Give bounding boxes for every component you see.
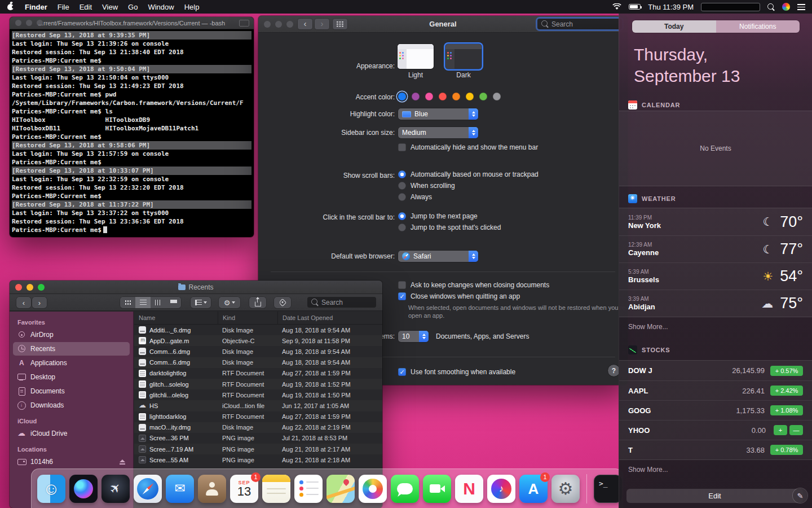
menu-bar-field[interactable]: [701, 3, 760, 11]
file-row[interactable]: Additi..._6.dmgDisk ImageAug 18, 2018 at…: [134, 325, 382, 335]
radio-option-automatically-based-on-mouse-or-trackpad[interactable]: Automatically based on mouse or trackpad: [398, 169, 539, 180]
accent-color-swatch[interactable]: [398, 93, 406, 100]
radio-control[interactable]: [398, 224, 406, 231]
file-row[interactable]: AppD...gate.mObjective-CSep 9, 2018 at 1…: [134, 335, 382, 346]
dock-launchpad[interactable]: ✈: [102, 475, 130, 503]
appearance-option-dark[interactable]: [445, 44, 482, 69]
notification-center-icon[interactable]: [797, 4, 805, 10]
apple-menu-icon[interactable]: [7, 3, 15, 11]
file-row[interactable]: lighttodarklogRTF DocumentAug 27, 2018 a…: [134, 411, 382, 422]
stock-row-yhoo[interactable]: YHOO0.00+—: [619, 420, 812, 440]
sidebar-size-select[interactable]: Medium: [398, 127, 478, 138]
column-header-kind[interactable]: Kind: [218, 312, 277, 324]
dock-maps[interactable]: [326, 475, 355, 503]
weather-row-abidjan[interactable]: 3:39 AMAbidjan☁75°: [619, 290, 812, 317]
ask-keep-checkbox[interactable]: [398, 281, 406, 289]
file-row[interactable]: Scree...7.19 AMPNG imageAug 21, 2018 at …: [134, 444, 382, 454]
appearance-option-light[interactable]: [398, 44, 434, 69]
tag-button[interactable]: [274, 297, 291, 308]
eject-icon[interactable]: [120, 459, 125, 465]
column-header-name[interactable]: Name: [134, 312, 218, 324]
file-row[interactable]: Scree...36 PMPNG imageJul 21, 2018 at 8:…: [134, 433, 382, 444]
radio-option-jump-to-the-spot-that-s-clicked[interactable]: Jump to the spot that's clicked: [398, 222, 501, 233]
accent-color-swatch[interactable]: [493, 93, 501, 100]
sidebar-item-downloads[interactable]: Downloads: [13, 398, 130, 412]
column-header-date-last-opened[interactable]: Date Last Opened: [277, 312, 382, 324]
radio-control[interactable]: [398, 170, 406, 178]
preferences-titlebar[interactable]: ‹ › General Search: [258, 16, 628, 33]
file-row[interactable]: glitch...solelogRTF DocumentAug 19, 2018…: [134, 379, 382, 389]
sidebar-item-1014h6[interactable]: 1014h6: [13, 455, 130, 468]
view-icon-grid[interactable]: [120, 297, 135, 308]
terminal-output[interactable]: [Restored Sep 13, 2018 at 9:39:35 PM]Las…: [10, 29, 254, 236]
dock-reminders[interactable]: [294, 475, 323, 503]
action-menu-button[interactable]: ⚙: [219, 297, 240, 308]
stock-row-t[interactable]: T33.68+ 0.78%: [619, 440, 812, 459]
accent-color-swatch[interactable]: [412, 93, 420, 100]
close-windows-row[interactable]: Close windows when quitting an app: [398, 292, 520, 300]
menu-item-view[interactable]: View: [102, 3, 118, 11]
dock-itunes[interactable]: ♪: [487, 475, 515, 503]
weather-show-more[interactable]: Show More...: [628, 323, 668, 331]
radio-option-when-scrolling[interactable]: When scrolling: [398, 180, 539, 191]
radio-option-jump-to-the-next-page[interactable]: Jump to the next page: [398, 211, 501, 222]
stock-row-goog[interactable]: GOOG1,175.33+ 1.08%: [619, 400, 812, 420]
dock-notes[interactable]: [262, 475, 290, 503]
view-icon-gallery[interactable]: [166, 297, 181, 308]
dock-siri[interactable]: [69, 475, 98, 503]
calendar-widget[interactable]: No Events: [619, 111, 812, 186]
dock-photos[interactable]: [359, 475, 387, 503]
finder-titlebar[interactable]: Recents: [10, 281, 382, 294]
preferences-search-field[interactable]: Search: [537, 19, 622, 29]
sidebar-item-icloud-drive[interactable]: iCloud Drive: [13, 427, 130, 440]
menu-bar-clock[interactable]: Thu 11:39 PM: [648, 3, 694, 11]
accent-color-swatch[interactable]: [479, 93, 487, 100]
radio-control[interactable]: [398, 212, 406, 220]
menu-item-window[interactable]: Window: [148, 3, 174, 11]
accent-color-swatch[interactable]: [452, 93, 460, 100]
file-row[interactable]: glitchli...olelogRTF DocumentAug 19, 201…: [134, 389, 382, 400]
dock-facetime[interactable]: [423, 475, 451, 503]
view-icon-columns[interactable]: [151, 297, 166, 308]
accent-color-swatch[interactable]: [425, 93, 433, 100]
dock-news[interactable]: N: [455, 475, 483, 503]
file-row[interactable]: Scree...55 AMPNG imageAug 21, 2018 at 2:…: [134, 454, 382, 465]
file-row[interactable]: Comm...6.dmgDisk ImageAug 18, 2018 at 9:…: [134, 357, 382, 368]
folder-proxy-icon[interactable]: [178, 284, 186, 290]
highlight-color-select[interactable]: Blue: [398, 108, 478, 120]
sidebar-item-documents[interactable]: Documents: [13, 384, 130, 398]
accent-color-swatch[interactable]: [439, 93, 447, 100]
battery-icon[interactable]: [629, 4, 641, 10]
tab-today[interactable]: Today: [632, 20, 716, 33]
dock-messages[interactable]: [391, 475, 419, 503]
menu-item-help[interactable]: Help: [184, 3, 200, 11]
spotlight-search-icon[interactable]: [767, 3, 775, 11]
weather-row-cayenne[interactable]: 12:39 AMCayenne☾77°: [619, 235, 812, 262]
radio-control[interactable]: [398, 182, 406, 190]
group-button[interactable]: [191, 297, 211, 308]
radio-option-always[interactable]: Always: [398, 191, 539, 203]
hide-menubar-row[interactable]: Automatically hide and show the menu bar: [398, 143, 538, 151]
user-avatar-icon[interactable]: [782, 3, 790, 11]
edit-button[interactable]: Edit: [626, 489, 803, 503]
menu-item-go[interactable]: Go: [128, 3, 138, 11]
default-browser-select[interactable]: Safari: [398, 251, 478, 262]
stock-row-dow-j[interactable]: DOW J26,145.99+ 0.57%: [619, 361, 812, 380]
dock-sysprefs[interactable]: ⚙: [551, 475, 580, 503]
ask-keep-row[interactable]: Ask to keep changes when closing documen…: [398, 281, 549, 289]
dock-contacts[interactable]: [198, 475, 226, 503]
terminal-tab-button[interactable]: [239, 20, 249, 27]
view-icon-list[interactable]: [135, 297, 151, 308]
sidebar-item-airdrop[interactable]: AirDrop: [13, 328, 130, 341]
dock-terminal[interactable]: >_: [594, 475, 622, 503]
menu-item-file[interactable]: File: [58, 3, 69, 11]
radio-control[interactable]: [398, 193, 406, 201]
stock-row-aapl[interactable]: AAPL226.41+ 2.42%: [619, 380, 812, 400]
help-button[interactable]: ?: [608, 365, 620, 376]
accent-color-swatch[interactable]: [466, 93, 474, 100]
dock-finder[interactable]: ☺: [37, 475, 65, 503]
font-smoothing-checkbox[interactable]: [398, 368, 406, 376]
weather-row-brussels[interactable]: 5:39 AMBrussels☀54°: [619, 262, 812, 290]
sidebar-item-applications[interactable]: Applications: [13, 356, 130, 370]
wifi-icon[interactable]: [612, 3, 621, 10]
